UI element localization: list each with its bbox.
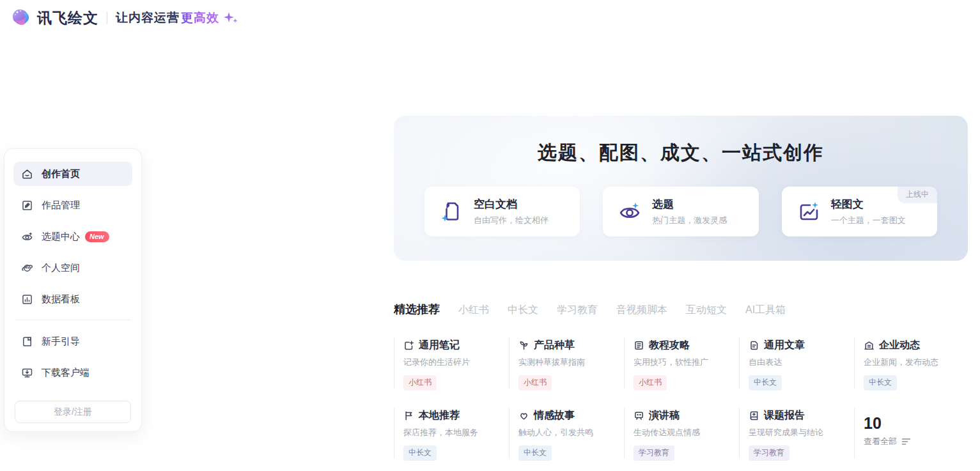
speech-icon — [634, 410, 644, 421]
template-card-title: 情感故事 — [534, 409, 575, 422]
sparkle-icon — [223, 12, 238, 24]
page: 讯飞绘文 让内容运营更高效 创作首页 — [0, 0, 980, 471]
view-all-card[interactable]: 10 查看全部 — [854, 408, 969, 459]
sidebar-item-data-dashboard[interactable]: 数据看板 — [13, 287, 132, 311]
template-card-title: 教程攻略 — [649, 339, 690, 352]
sprout-icon — [518, 340, 529, 351]
company-icon — [864, 340, 875, 351]
view-all-row: 查看全部 — [864, 436, 963, 447]
tab-long-article[interactable]: 中长文 — [508, 304, 538, 318]
template-card-tag: 中长文 — [749, 375, 782, 390]
sidebar-item-label: 选题中心 — [42, 231, 80, 243]
tab-interactive[interactable]: 互动短文 — [686, 304, 727, 318]
topic-selection-card[interactable]: 选题 热门主题，激发灵感 — [603, 187, 758, 236]
template-card-speech-draft[interactable]: 演讲稿 生动传达观点情感 学习教育 — [624, 408, 739, 459]
sidebar-item-beginner-guide[interactable]: 新手引导 — [13, 329, 132, 353]
works-icon — [21, 199, 33, 212]
tab-education[interactable]: 学习教育 — [557, 304, 598, 318]
brand-divider — [107, 12, 107, 24]
new-badge: New — [85, 231, 109, 242]
template-card-company-news[interactable]: 企业动态 企业新闻，发布动态 中长文 — [854, 337, 969, 389]
template-card-title: 产品种草 — [534, 339, 575, 352]
topic-selection-icon — [617, 199, 642, 224]
template-card-local-recommend[interactable]: 本地推荐 探店推荐，本地服务 中长文 — [394, 408, 509, 459]
template-card-title: 演讲稿 — [649, 409, 680, 422]
template-card-tag: 学习教育 — [634, 445, 674, 461]
template-card-emotional-story[interactable]: 情感故事 触动人心，引发共鸣 中长文 — [509, 408, 624, 459]
banner-cards: 空白文档 自由写作，绘文相伴 选题 热门主题，激发灵感 — [424, 187, 937, 236]
template-card-research-report[interactable]: 课题报告 呈现研究成果与结论 学习教育 — [739, 408, 854, 459]
template-card-tag: 中长文 — [864, 375, 897, 390]
login-register-button[interactable]: 登录/注册 — [15, 401, 131, 423]
sidebar-item-label: 个人空间 — [42, 262, 80, 274]
local-flag-icon — [403, 410, 414, 421]
template-card-title: 企业动态 — [879, 339, 920, 352]
sidebar-divider — [15, 320, 131, 320]
template-card-general-article[interactable]: 通用文章 自由表达 中长文 — [739, 337, 854, 389]
template-card-tag: 小红书 — [518, 375, 552, 390]
template-card-title: 课题报告 — [764, 409, 805, 422]
banner-card-text: 选题 热门主题，激发灵感 — [652, 197, 727, 226]
sidebar-item-personal-space[interactable]: 个人空间 — [13, 256, 132, 280]
template-card-general-note[interactable]: 通用笔记 记录你的生活碎片 小红书 — [394, 337, 509, 389]
home-icon — [21, 168, 33, 180]
template-card-title: 通用文章 — [764, 339, 805, 352]
banner-card-subtitle: 一个主题，一套图文 — [831, 215, 906, 226]
hero-banner: 选题、配图、成文、一站式创作 空白文档 自由写作，绘文相伴 — [394, 116, 968, 261]
template-card-title: 本地推荐 — [419, 409, 460, 422]
banner-card-subtitle: 热门主题，激发灵感 — [652, 215, 727, 226]
template-card-head: 通用笔记 — [403, 339, 502, 352]
sidebar-item-download-client[interactable]: 下载客户端 — [13, 360, 132, 385]
app-header: 讯飞绘文 让内容运营更高效 — [9, 6, 238, 29]
template-card-head: 企业动态 — [864, 339, 963, 352]
banner-card-title: 空白文档 — [474, 197, 548, 212]
banner-card-title: 选题 — [652, 197, 727, 212]
template-card-desc: 自由表达 — [749, 357, 848, 368]
article-icon — [749, 340, 759, 351]
banner-title: 选题、配图、成文、一站式创作 — [394, 140, 968, 166]
template-card-head: 通用文章 — [749, 339, 848, 352]
sidebar-item-create-home[interactable]: 创作首页 — [13, 162, 132, 186]
main-content: 选题、配图、成文、一站式创作 空白文档 自由写作，绘文相伴 — [394, 116, 969, 261]
brand-name: 讯飞绘文 — [37, 8, 98, 28]
template-card-head: 本地推荐 — [403, 409, 502, 422]
view-all-list-icon — [901, 437, 911, 446]
template-card-desc: 探店推荐，本地服务 — [403, 427, 502, 438]
huiwen-logo-icon — [9, 6, 32, 29]
banner-card-text: 空白文档 自由写作，绘文相伴 — [474, 197, 548, 226]
sidebar: 创作首页 作品管理 选题中心 New — [4, 148, 142, 432]
banner-card-title: 轻图文 — [831, 197, 906, 212]
template-card-product-seeding[interactable]: 产品种草 实测种草拔草指南 小红书 — [509, 337, 624, 389]
topic-center-icon — [21, 231, 33, 243]
sidebar-item-topic-center[interactable]: 选题中心 New — [13, 224, 132, 249]
tab-av-script[interactable]: 音视频脚本 — [616, 304, 667, 318]
emotion-icon — [518, 410, 529, 421]
sidebar-item-label: 下载客户端 — [42, 367, 89, 379]
category-tabs: 精选推荐 小红书 中长文 学习教育 音视频脚本 互动短文 AI工具箱 — [394, 302, 786, 318]
tutorial-icon — [634, 340, 644, 351]
template-card-tutorial-guide[interactable]: 教程攻略 实用技巧，软性推广 小红书 — [624, 337, 739, 389]
template-card-tag: 小红书 — [634, 375, 667, 390]
beginner-guide-icon — [21, 336, 33, 348]
blank-document-card[interactable]: 空白文档 自由写作，绘文相伴 — [424, 187, 580, 236]
tab-xiaohongshu[interactable]: 小红书 — [458, 304, 489, 318]
template-grid: 通用笔记 记录你的生活碎片 小红书 产品种草 实测种草拔草指南 小红书 — [394, 337, 969, 459]
report-icon — [749, 410, 759, 421]
light-graphic-card[interactable]: 上线中 轻图文 一个主题，一套图文 — [782, 187, 937, 236]
banner-card-subtitle: 自由写作，绘文相伴 — [474, 215, 548, 226]
template-total-count: 10 — [864, 414, 963, 433]
template-card-desc: 触动人心，引发共鸣 — [518, 427, 618, 438]
banner-card-text: 轻图文 一个主题，一套图文 — [831, 197, 906, 226]
view-all-label: 查看全部 — [864, 436, 897, 447]
sidebar-item-works[interactable]: 作品管理 — [13, 193, 132, 217]
note-icon — [403, 340, 414, 351]
sidebar-item-label: 新手引导 — [42, 336, 80, 348]
tab-featured[interactable]: 精选推荐 — [394, 302, 440, 318]
download-client-icon — [21, 367, 33, 379]
sidebar-item-label: 数据看板 — [42, 293, 80, 305]
light-graphic-icon — [796, 199, 821, 224]
tab-ai-toolbox[interactable]: AI工具箱 — [745, 304, 786, 318]
template-card-head: 产品种草 — [518, 339, 618, 352]
template-card-desc: 呈现研究成果与结论 — [749, 427, 848, 438]
template-card-desc: 记录你的生活碎片 — [403, 357, 502, 368]
